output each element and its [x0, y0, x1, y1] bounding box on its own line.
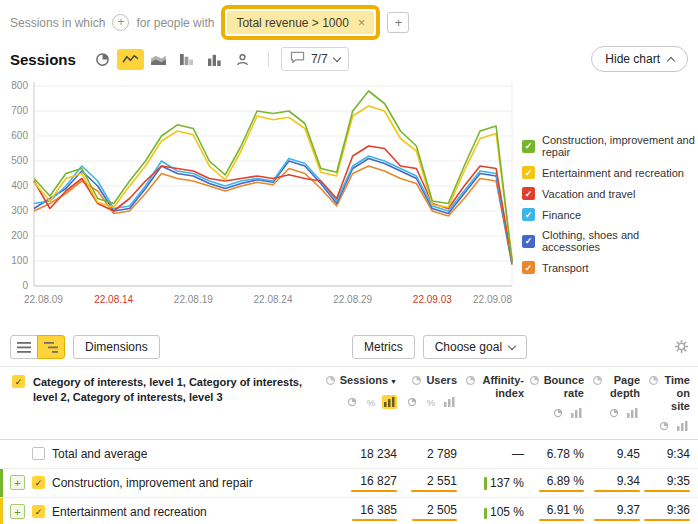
- add-people-condition-button[interactable]: [387, 12, 409, 33]
- metric-cell: 2 551: [405, 474, 465, 492]
- chart-legend: Construction, improvement and repairEnte…: [522, 76, 698, 327]
- legend-label: Clothing, shoes and accessories: [542, 229, 698, 253]
- svg-text:800: 800: [11, 80, 28, 91]
- svg-text:700: 700: [11, 105, 28, 116]
- metric-value: 9.45: [617, 447, 640, 461]
- svg-text:0: 0: [22, 280, 28, 291]
- table-row: Entertainment and recreation16 3852 5051…: [0, 498, 698, 524]
- metric-value: 137 %: [490, 476, 524, 490]
- pie-toggle-icon[interactable]: [656, 419, 671, 433]
- bars-toggle-icon[interactable]: [442, 395, 457, 409]
- pie-toggle-icon[interactable]: [550, 406, 565, 420]
- metrics-button[interactable]: Metrics: [352, 335, 415, 359]
- metric-value: 16 827: [360, 474, 397, 488]
- stacked-bars-icon[interactable]: [173, 49, 200, 70]
- metric-donut-icon: [648, 374, 659, 389]
- audience-icon[interactable]: [229, 49, 256, 70]
- metric-value: 6.89 %: [547, 474, 584, 488]
- analytics-report-page: Sessions in which for people with Total …: [0, 0, 698, 524]
- metric-donut-icon: [465, 374, 476, 389]
- settings-gear-icon[interactable]: [674, 339, 689, 357]
- chevron-up-icon: [667, 56, 675, 64]
- row-dimension-cell: Total and average: [0, 440, 330, 468]
- data-table: Category of interests, level 1, Category…: [0, 366, 698, 524]
- legend-label: Entertainment and recreation: [542, 167, 684, 179]
- hide-chart-button[interactable]: Hide chart: [591, 46, 688, 72]
- pie-toggle-icon[interactable]: [344, 395, 359, 409]
- percent-toggle-icon[interactable]: %: [363, 395, 378, 409]
- legend-checkbox[interactable]: [522, 166, 535, 179]
- legend-checkbox[interactable]: [522, 208, 535, 221]
- metric-value: 16 385: [360, 503, 397, 517]
- legend-item-construction-improvement-and-repair: Construction, improvement and repair: [522, 134, 698, 158]
- stacked-area-icon[interactable]: [145, 49, 172, 70]
- column-label: Page depth: [607, 374, 640, 400]
- column-header-time-on-site[interactable]: Time on site: [648, 374, 698, 434]
- comments-button[interactable]: 7/7: [281, 47, 349, 71]
- metric-value: 2 505: [427, 503, 457, 517]
- affinity-bar: [484, 508, 487, 519]
- legend-item-clothing-shoes-and-accessories: Clothing, shoes and accessories: [522, 229, 698, 253]
- value-bar: [411, 490, 457, 492]
- pie-chart-icon[interactable]: [89, 49, 116, 70]
- view-mode-switcher: [10, 335, 65, 359]
- bars-toggle-icon[interactable]: [675, 419, 690, 433]
- row-checkbox[interactable]: [32, 505, 45, 518]
- metrics-group: Metrics Choose goal: [352, 335, 527, 359]
- line-chart-icon[interactable]: [117, 49, 144, 70]
- row-checkbox[interactable]: [32, 447, 45, 460]
- legend-label: Construction, improvement and repair: [542, 134, 698, 158]
- legend-checkbox[interactable]: [522, 235, 535, 248]
- column-label: Sessions: [340, 374, 397, 387]
- metric-cell: —: [465, 447, 532, 461]
- value-bar: [594, 519, 640, 521]
- svg-text:22.09.03: 22.09.03: [413, 294, 452, 305]
- metric-value: 9:34: [667, 447, 690, 461]
- column-header-users[interactable]: Users%: [405, 374, 465, 409]
- bars-toggle-icon[interactable]: [382, 395, 397, 409]
- flat-view-button[interactable]: [10, 335, 38, 359]
- dimensions-button[interactable]: Dimensions: [73, 335, 160, 359]
- expand-row-button[interactable]: [10, 475, 25, 490]
- legend-checkbox[interactable]: [522, 187, 535, 200]
- expand-row-button[interactable]: [10, 504, 25, 519]
- percent-toggle-icon[interactable]: %: [423, 395, 438, 409]
- svg-text:%: %: [366, 397, 375, 407]
- bars-toggle-icon[interactable]: [625, 406, 640, 420]
- row-checkbox[interactable]: [32, 476, 45, 489]
- affinity-bar: [484, 477, 487, 490]
- column-label: Bounce rate: [544, 374, 584, 400]
- pie-toggle-icon[interactable]: [404, 395, 419, 409]
- value-bar: [352, 519, 397, 521]
- metric-cell: 9.37: [592, 503, 648, 521]
- columns-chart-icon[interactable]: [201, 49, 228, 70]
- remove-segment-icon[interactable]: [358, 15, 366, 30]
- chart-title: Sessions: [10, 51, 76, 68]
- bars-toggle-icon[interactable]: [569, 406, 584, 420]
- add-session-condition-button[interactable]: [112, 14, 129, 31]
- svg-text:%: %: [426, 397, 435, 407]
- column-header-bounce-rate[interactable]: Bounce rate: [532, 374, 592, 420]
- legend-checkbox[interactable]: [522, 140, 535, 153]
- hide-chart-label: Hide chart: [605, 52, 660, 66]
- dimension-header-cell: Category of interests, level 1, Category…: [0, 374, 330, 405]
- tree-view-button[interactable]: [37, 335, 65, 359]
- choose-goal-button[interactable]: Choose goal: [423, 335, 527, 359]
- segment-chip[interactable]: Total revenue > 1000: [227, 11, 374, 34]
- comments-count: 7/7: [311, 52, 328, 66]
- svg-text:22.09.08: 22.09.08: [473, 294, 512, 305]
- select-all-checkbox[interactable]: [12, 375, 25, 388]
- column-header-sessions[interactable]: Sessions%: [330, 374, 405, 409]
- pie-toggle-icon[interactable]: [606, 406, 621, 420]
- value-bar: [644, 490, 690, 492]
- metric-cell: 9:35: [648, 474, 698, 492]
- legend-checkbox[interactable]: [522, 261, 535, 274]
- metric-value: —: [512, 447, 524, 461]
- table-body: Total and average18 2342 789—6.78 %9.459…: [0, 440, 698, 524]
- metric-cell: 9.34: [592, 474, 648, 492]
- value-bar: [539, 490, 584, 492]
- table-row: Construction, improvement and repair16 8…: [0, 469, 698, 498]
- svg-text:22.08.24: 22.08.24: [254, 294, 293, 305]
- column-header-affinity-index[interactable]: Affinity-index: [465, 374, 532, 420]
- column-header-page-depth[interactable]: Page depth: [592, 374, 648, 420]
